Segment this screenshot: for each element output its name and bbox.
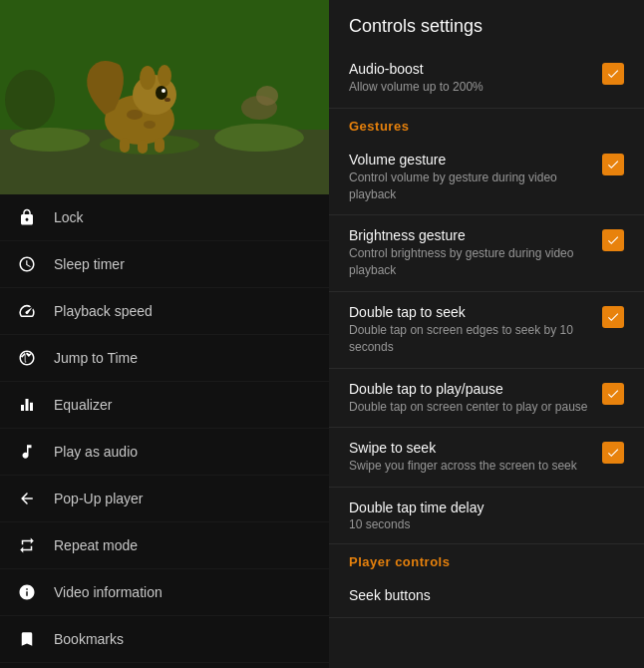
menu-item-bookmarks[interactable]: Bookmarks (0, 616, 329, 663)
svg-point-2 (10, 128, 90, 152)
playback-speed-icon (16, 300, 38, 322)
settings-item-title: Double tap to seek (349, 304, 590, 320)
settings-item-text: Double tap to play/pauseDouble tap on sc… (349, 381, 590, 416)
menu-item-play-as-audio[interactable]: Play as audio (0, 429, 329, 476)
svg-point-13 (127, 110, 143, 120)
settings-item-text: Double tap time delay10 seconds (349, 500, 624, 531)
settings-item-text: Double tap to seekDouble tap on screen e… (349, 304, 590, 356)
menu-list: LockSleep timerPlayback speedJump to Tim… (0, 194, 329, 668)
equalizer-icon (16, 394, 38, 416)
settings-item-swipe-to-seek[interactable]: Swipe to seekSwipe you finger across the… (329, 428, 644, 488)
settings-item-title: Double tap to play/pause (349, 381, 590, 397)
settings-item-title: Double tap time delay (349, 500, 624, 515)
lock-icon (16, 206, 38, 228)
settings-item-text: Brightness gestureControl brightness by … (349, 227, 590, 279)
checkbox-double-tap-seek[interactable] (602, 306, 624, 328)
svg-rect-15 (120, 138, 130, 153)
right-panel: Controls settings Audio-boostAllow volum… (329, 0, 644, 668)
repeat-mode-icon (16, 534, 38, 556)
svg-point-8 (140, 66, 156, 90)
checkbox-double-tap-play-pause[interactable] (602, 383, 624, 405)
menu-item-label: Play as audio (54, 444, 138, 460)
settings-item-desc: Allow volume up to 200% (349, 79, 590, 96)
settings-item-text: Audio-boostAllow volume up to 200% (349, 61, 590, 96)
svg-point-5 (5, 70, 55, 130)
settings-item-value: 10 seconds (349, 517, 624, 531)
checkbox-swipe-to-seek[interactable] (602, 442, 624, 464)
menu-item-label: Pop-Up player (54, 491, 144, 506)
menu-item-label: Video information (54, 584, 162, 600)
sleep-timer-icon (16, 253, 38, 275)
settings-item-title: Brightness gesture (349, 227, 590, 243)
svg-rect-16 (138, 140, 148, 154)
settings-item-title: Swipe to seek (349, 440, 590, 456)
settings-item-desc: Control brightness by gesture during vid… (349, 245, 590, 279)
settings-item-double-tap-play-pause[interactable]: Double tap to play/pauseDouble tap on sc… (329, 369, 644, 429)
menu-item-popup-player[interactable]: Pop-Up player (0, 476, 329, 522)
settings-item-brightness-gesture[interactable]: Brightness gestureControl brightness by … (329, 215, 644, 292)
svg-point-10 (156, 86, 167, 100)
settings-item-desc: Double tap on screen center to play or p… (349, 399, 590, 416)
menu-item-label: Lock (54, 209, 84, 225)
settings-item-text: Volume gestureControl volume by gesture … (349, 152, 590, 203)
svg-point-19 (256, 86, 278, 106)
menu-item-label: Bookmarks (54, 631, 124, 647)
menu-item-repeat-mode[interactable]: Repeat mode (0, 522, 329, 569)
checkbox-brightness-gesture[interactable] (602, 229, 624, 251)
menu-item-sleep-timer[interactable]: Sleep timer (0, 241, 329, 288)
menu-item-label: Repeat mode (54, 537, 138, 553)
section-header-player-controls: Player controls (329, 544, 644, 575)
svg-point-11 (161, 89, 165, 93)
menu-item-ab-repeat[interactable]: A-B repeat (0, 663, 329, 668)
svg-point-14 (144, 121, 156, 129)
sidebar: LockSleep timerPlayback speedJump to Tim… (0, 0, 329, 668)
play-as-audio-icon (16, 441, 38, 463)
settings-item-desc: Control volume by gesture during video p… (349, 169, 590, 203)
menu-item-lock[interactable]: Lock (0, 194, 329, 241)
jump-to-time-icon (16, 347, 38, 369)
svg-point-9 (158, 65, 171, 87)
settings-item-double-tap-time-delay[interactable]: Double tap time delay10 seconds (329, 488, 644, 544)
checkbox-volume-gesture[interactable] (602, 154, 624, 175)
menu-item-label: Sleep timer (54, 256, 125, 272)
panel-title: Controls settings (329, 0, 644, 49)
settings-item-text: Seek buttons (349, 587, 624, 605)
section-header-gestures: Gestures (329, 109, 644, 140)
settings-item-text: Swipe to seekSwipe you finger across the… (349, 440, 590, 475)
settings-item-title: Audio-boost (349, 61, 590, 77)
popup-player-icon (16, 488, 38, 509)
menu-item-equalizer[interactable]: Equalizer (0, 382, 329, 429)
settings-item-volume-gesture[interactable]: Volume gestureControl volume by gesture … (329, 140, 644, 216)
menu-item-jump-to-time[interactable]: Jump to Time (0, 335, 329, 382)
settings-item-desc: Double tap on screen edges to seek by 10… (349, 322, 590, 356)
settings-item-title: Seek buttons (349, 587, 624, 603)
menu-item-label: Playback speed (54, 303, 153, 319)
menu-item-playback-speed[interactable]: Playback speed (0, 288, 329, 335)
svg-point-12 (164, 98, 170, 102)
settings-item-desc: Swipe you finger across the screen to se… (349, 458, 590, 475)
video-thumbnail (0, 0, 329, 194)
settings-item-double-tap-seek[interactable]: Double tap to seekDouble tap on screen e… (329, 292, 644, 369)
checkbox-audio-boost[interactable] (602, 63, 624, 85)
settings-item-title: Volume gesture (349, 152, 590, 167)
svg-rect-17 (155, 138, 164, 153)
video-information-icon (16, 581, 38, 603)
settings-item-seek-buttons[interactable]: Seek buttons (329, 575, 644, 618)
menu-item-video-information[interactable]: Video information (0, 569, 329, 616)
menu-item-label: Equalizer (54, 397, 112, 413)
settings-item-audio-boost[interactable]: Audio-boostAllow volume up to 200% (329, 49, 644, 109)
bookmarks-icon (16, 628, 38, 650)
menu-item-label: Jump to Time (54, 350, 138, 366)
svg-point-4 (214, 124, 304, 152)
